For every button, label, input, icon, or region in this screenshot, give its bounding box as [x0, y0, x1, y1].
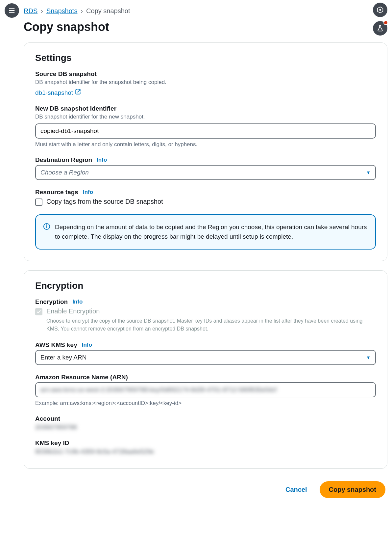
kms-key-value: Enter a key ARN	[40, 354, 86, 361]
tags-label: Resource tags	[35, 189, 78, 196]
encryption-panel: Encryption Encryption Info Enable Encryp…	[24, 270, 387, 469]
svg-point-7	[380, 9, 381, 11]
enable-encryption-checkbox	[35, 308, 42, 315]
breadcrumb: RDS › Snapshots › Copy snapshot	[24, 0, 387, 15]
arn-label: Amazon Resource Name (ARN)	[35, 374, 376, 381]
cancel-button[interactable]: Cancel	[280, 482, 313, 497]
enable-encryption-desc: Choose to encrypt the copy of the source…	[46, 317, 376, 333]
experiments-button[interactable]	[373, 21, 387, 36]
copy-tags-checkbox[interactable]	[35, 199, 42, 206]
settings-panel: Settings Source DB snapshot DB snapshot …	[24, 42, 387, 261]
caret-down-icon: ▼	[366, 355, 371, 360]
source-snapshot-desc: DB snapshot identifier for the snapshot …	[35, 79, 376, 86]
region-select[interactable]: Choose a Region ▼	[35, 165, 376, 180]
copy-snapshot-button[interactable]: Copy snapshot	[320, 481, 385, 498]
kms-key-label: AWS KMS key	[35, 341, 77, 349]
breadcrumb-current: Copy snapshot	[86, 7, 130, 15]
encryption-heading: Encryption	[35, 280, 376, 291]
kms-key-id-label: KMS key ID	[35, 439, 376, 447]
kms-key-select[interactable]: Enter a key ARN ▼	[35, 350, 376, 365]
arn-input[interactable]: arn:aws:kms:us-west-2:203567959788:key/0…	[40, 386, 371, 393]
footer-actions: Cancel Copy snapshot	[24, 478, 387, 508]
kms-key-id-value: 8039b2e1-7c9b-4359-8c5a-4728aa6e529e	[35, 448, 376, 455]
encryption-label: Encryption	[35, 298, 68, 305]
new-id-hint: Must start with a letter and only contai…	[35, 141, 376, 148]
info-icon	[43, 223, 50, 242]
arn-hint: Example: arn:aws:kms:<region>:<accountID…	[35, 400, 376, 407]
source-snapshot-link-text: db1-snapshot	[35, 89, 73, 96]
region-label: Destination Region	[35, 156, 92, 164]
svg-point-5	[46, 225, 47, 225]
encryption-info-link[interactable]: Info	[72, 299, 83, 305]
account-label: Account	[35, 415, 376, 422]
breadcrumb-rds[interactable]: RDS	[24, 7, 37, 15]
new-id-label: New DB snapshot identifier	[35, 105, 376, 112]
new-id-desc: DB snapshot identifier for the new snaps…	[35, 114, 376, 120]
chevron-right-icon: ›	[41, 7, 43, 15]
source-snapshot-label: Source DB snapshot	[35, 70, 376, 78]
new-id-input[interactable]	[35, 123, 376, 139]
enable-encryption-label: Enable Encryption	[46, 307, 376, 315]
region-placeholder: Choose a Region	[40, 169, 89, 176]
kms-info-link[interactable]: Info	[82, 342, 92, 348]
region-info-link[interactable]: Info	[97, 157, 107, 163]
source-snapshot-link[interactable]: db1-snapshot	[35, 89, 81, 96]
copy-tags-label: Copy tags from the source DB snapshot	[46, 198, 163, 205]
hexagon-icon	[377, 6, 384, 13]
caret-down-icon: ▼	[366, 170, 371, 175]
info-alert-text: Depending on the amount of data to be co…	[55, 222, 368, 242]
menu-button[interactable]	[5, 3, 19, 18]
page-title: Copy snapshot	[24, 20, 387, 34]
chevron-right-icon: ›	[81, 7, 83, 15]
hamburger-icon	[8, 7, 15, 14]
flask-icon	[377, 25, 384, 32]
resource-groups-button[interactable]	[373, 3, 387, 17]
settings-heading: Settings	[35, 53, 376, 63]
tags-info-link[interactable]: Info	[83, 189, 93, 196]
breadcrumb-snapshots[interactable]: Snapshots	[46, 7, 78, 15]
info-alert: Depending on the amount of data to be co…	[35, 214, 376, 250]
external-link-icon	[75, 89, 81, 96]
account-value: 203567959788	[35, 424, 376, 431]
notification-dot-icon	[383, 20, 388, 25]
